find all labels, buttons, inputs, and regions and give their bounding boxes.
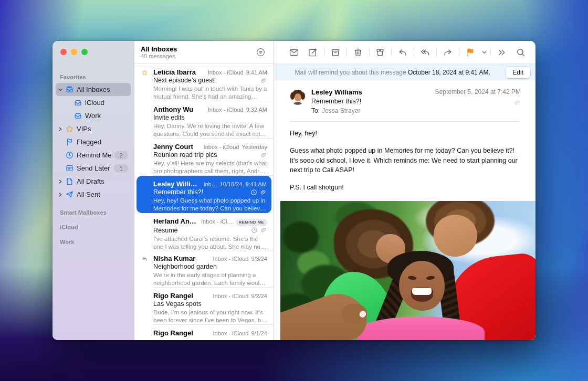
avatar-face xyxy=(295,93,301,101)
flag-outline-icon xyxy=(65,137,74,146)
flag-button[interactable] xyxy=(461,45,480,60)
chevron-icon[interactable] xyxy=(58,87,65,92)
sidebar: Favorites All Inboxes iCloud Work VIPs F… xyxy=(52,41,134,340)
compose-icon xyxy=(308,47,318,58)
list-item-lesley-williams-3[interactable]: Lesley Williams Inb… 10/18/24, 9:41 AM R… xyxy=(136,176,271,213)
message-date: 9/1/24 xyxy=(251,330,267,336)
list-item-rigo-rangel-7[interactable]: Rigo Rangel Inbox - iCloud 9/1/24 xyxy=(134,325,274,340)
minimize-button[interactable] xyxy=(71,49,77,55)
message-preview: Hey, y’all! Here are my selects (that’s … xyxy=(153,160,267,175)
sidebar-item-work[interactable]: Work xyxy=(64,109,131,122)
message-date: 9:41 AM xyxy=(246,69,267,76)
message-list-pane: All Inboxes 40 messages Leticia Ibarra I… xyxy=(134,41,274,340)
list-item-anthony-wu-1[interactable]: Anthony Wu Inbox - iCloud 9:32 AM Invite… xyxy=(134,101,274,139)
sidebar-item-all-inboxes[interactable]: All Inboxes xyxy=(56,83,131,96)
paperclip-icon xyxy=(514,99,521,106)
forward-button[interactable] xyxy=(438,45,457,60)
remind-banner-text: Mail will remind you about this message xyxy=(295,69,406,76)
message-count: 40 messages xyxy=(141,53,177,60)
body-paragraph: Guess what photo popped up in Memories f… xyxy=(290,146,520,175)
message-list: Leticia Ibarra Inbox - iCloud 9:41 AM Ne… xyxy=(134,64,274,340)
reading-pane: Mail will remind you about this message … xyxy=(274,41,536,340)
sidebar-item-vips[interactable]: VIPs xyxy=(56,122,131,135)
toolbar xyxy=(274,41,536,64)
zoom-button[interactable] xyxy=(81,49,88,55)
mail-window: Favorites All Inboxes iCloud Work VIPs F… xyxy=(52,41,536,340)
message-sender: Rigo Rangel xyxy=(153,329,211,337)
filter-icon xyxy=(256,47,266,57)
junk-button[interactable] xyxy=(371,45,390,60)
search-icon xyxy=(516,47,526,58)
sidebar-item-send-later[interactable]: Send Later 1 xyxy=(56,162,131,175)
inbox-icon xyxy=(74,111,82,120)
remind-me-badge: REMIND ME xyxy=(236,219,267,226)
message-preview: Dude, I’m so jealous of you right now. I… xyxy=(153,309,267,324)
toolbar-separator xyxy=(391,48,392,57)
chevron-down-icon xyxy=(481,49,487,55)
unread-badge: 1 xyxy=(114,164,128,173)
message-sender: Lesley Williams xyxy=(153,180,201,188)
reply-icon xyxy=(397,47,408,58)
chevron-icon[interactable] xyxy=(67,113,74,119)
toolbar-separator xyxy=(369,48,370,57)
window-controls xyxy=(52,41,134,55)
archive-button[interactable] xyxy=(326,45,345,60)
close-button[interactable] xyxy=(60,49,67,55)
message-sender: Anthony Wu xyxy=(153,105,205,113)
photo-center-woman-eye xyxy=(426,276,435,280)
list-item-herland-antezana-4[interactable]: Herland Antezana Inbox - iCl… REMIND ME … xyxy=(134,213,274,250)
chevron-icon[interactable] xyxy=(58,179,65,184)
toolbar-separator xyxy=(490,48,491,57)
chevron-icon[interactable] xyxy=(58,166,65,171)
to-label: To: xyxy=(311,107,320,114)
sidebar-item-all-drafts[interactable]: All Drafts xyxy=(56,175,131,188)
message-preview: Hey, Danny. We’re loving the invite! A f… xyxy=(153,122,267,138)
message-sender: Herland Antezana xyxy=(153,217,198,225)
list-item-nisha-kumar-5[interactable]: Nisha Kumar Inbox - iCloud 9/3/24 Neighb… xyxy=(134,250,274,288)
all-inboxes-icon xyxy=(65,85,74,94)
inbox-icon xyxy=(74,98,82,107)
get-mail-button[interactable] xyxy=(285,45,303,60)
flag-icon xyxy=(465,47,476,58)
message-sender: Nisha Kumar xyxy=(153,255,211,262)
sidebar-item-remind-me[interactable]: Remind Me 2 xyxy=(56,149,131,162)
compose-button[interactable] xyxy=(303,45,322,60)
list-item-jenny-court-2[interactable]: Jenny Court Inbox - iCloud Yesterday Reu… xyxy=(134,139,274,176)
list-item-leticia-ibarra-0[interactable]: Leticia Ibarra Inbox - iCloud 9:41 AM Ne… xyxy=(134,64,274,101)
message-date: Yesterday xyxy=(242,144,267,150)
chevron-icon[interactable] xyxy=(58,153,65,158)
chevron-icon[interactable] xyxy=(58,192,65,197)
reply-button[interactable] xyxy=(393,45,412,60)
more-toolbar-items-button[interactable] xyxy=(492,45,511,60)
sidebar-item-icloud[interactable]: iCloud xyxy=(64,96,131,109)
archive-icon xyxy=(330,47,341,58)
chevron-icon[interactable] xyxy=(58,126,65,132)
toolbar-separator xyxy=(324,48,324,57)
search-button[interactable] xyxy=(511,45,530,60)
star-icon xyxy=(65,124,74,133)
flag-menu-chevron[interactable] xyxy=(480,45,489,60)
chevron-icon[interactable] xyxy=(58,140,65,145)
get-mail-icon xyxy=(289,47,299,58)
sidebar-item-flagged[interactable]: Flagged xyxy=(56,135,131,149)
sidebar-section-work: Work xyxy=(60,239,134,245)
message-subject: Invite edits xyxy=(153,114,264,121)
filter-button[interactable] xyxy=(254,46,267,59)
edit-reminder-button[interactable]: Edit xyxy=(506,67,530,78)
body-paragraph: P.S. I call shotgun! xyxy=(290,183,520,193)
sidebar-item-all-sent[interactable]: All Sent xyxy=(56,188,131,201)
paperclip-icon xyxy=(260,152,267,158)
photo-center-woman-teeth xyxy=(412,288,432,294)
sidebar-section-icloud: iCloud xyxy=(60,224,134,230)
message-subject: Las Vegas spots xyxy=(153,300,264,308)
reply-all-button[interactable] xyxy=(416,45,435,60)
photo-attachment[interactable] xyxy=(280,201,536,340)
message-mailbox: Inbox - iCloud xyxy=(208,107,244,113)
list-item-rigo-rangel-6[interactable]: Rigo Rangel Inbox - iCloud 9/2/24 Las Ve… xyxy=(134,288,274,325)
chevron-icon[interactable] xyxy=(67,100,74,105)
trash-button[interactable] xyxy=(349,45,368,60)
remind-banner-date: October 18, 2024 at 9:41 AM. xyxy=(408,69,490,76)
message-body: Hey, hey!Guess what photo popped up in M… xyxy=(274,122,536,200)
message-recipient[interactable]: Jessa Strayer xyxy=(322,107,360,114)
message-mailbox: Inbox - iCl… xyxy=(201,218,233,225)
